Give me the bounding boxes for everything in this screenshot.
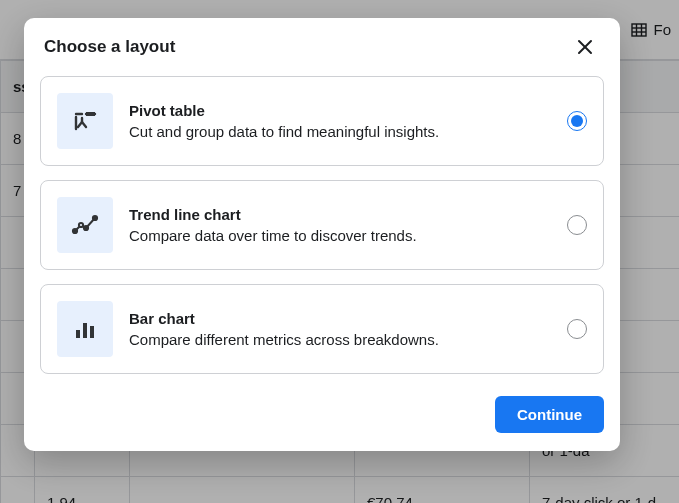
continue-button[interactable]: Continue [495,396,604,433]
svg-point-14 [84,226,88,230]
svg-point-15 [93,216,97,220]
option-radio[interactable] [567,215,587,235]
modal-header: Choose a layout [24,18,620,72]
layout-option-pivot-table[interactable]: Pivot table Cut and group data to find m… [40,76,604,166]
svg-rect-17 [83,323,87,338]
trend-line-chart-icon [57,197,113,253]
layout-option-trend-line-chart[interactable]: Trend line chart Compare data over time … [40,180,604,270]
modal-footer: Continue [24,388,620,451]
svg-rect-16 [76,330,80,338]
svg-rect-9 [86,112,95,116]
option-title: Trend line chart [129,206,551,223]
svg-point-12 [73,229,77,233]
close-button[interactable] [570,32,600,62]
choose-layout-modal: Choose a layout Pivot table [24,18,620,451]
bar-chart-icon [57,301,113,357]
option-title: Pivot table [129,102,551,119]
svg-point-13 [79,223,83,227]
option-text: Trend line chart Compare data over time … [129,206,551,244]
layout-options: Pivot table Cut and group data to find m… [24,72,620,374]
layout-option-bar-chart[interactable]: Bar chart Compare different metrics acro… [40,284,604,374]
option-desc: Compare different metrics across breakdo… [129,331,551,348]
svg-rect-18 [90,326,94,338]
option-text: Pivot table Cut and group data to find m… [129,102,551,140]
option-desc: Cut and group data to find meaningful in… [129,123,551,140]
close-icon [576,38,594,56]
option-radio[interactable] [567,319,587,339]
option-radio[interactable] [567,111,587,131]
option-title: Bar chart [129,310,551,327]
option-text: Bar chart Compare different metrics acro… [129,310,551,348]
option-desc: Compare data over time to discover trend… [129,227,551,244]
pivot-table-icon [57,93,113,149]
modal-title: Choose a layout [44,37,175,57]
